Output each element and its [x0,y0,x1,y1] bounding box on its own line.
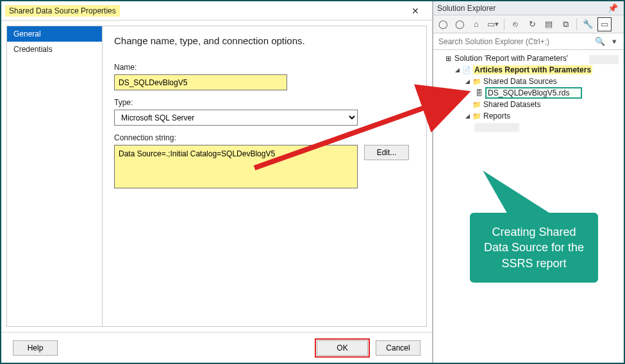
tree-item-rds[interactable]: 🗄 DS_SQLDevBlogV5.rds [435,87,582,99]
tree-label: Reports [483,112,510,120]
folder-icon: 📁 [472,100,481,109]
ok-button[interactable]: OK [317,340,368,356]
tree-project-node[interactable]: ◢ 📄 Articles Report with Parameters [435,64,622,76]
dialog-footer: Help OK Cancel [1,332,432,363]
search-dropdown-icon[interactable]: ▾ [607,35,621,49]
panel-header: Solution Explorer ▾ 📌 ✕ [433,1,624,15]
show-all-icon[interactable]: ▤ [542,17,556,31]
cancel-button[interactable]: Cancel [376,340,421,356]
explorer-toolbar: ◯ ◯ ⌂ ▭▾ ⎋ ↻ ▤ ⧉ 🔧 ▭ [433,15,624,33]
sync-icon[interactable]: ▭▾ [486,17,500,31]
blurred-item [474,123,519,132]
sidebar-item-label: General [13,29,41,38]
dialog-heading: Change name, type, and connection option… [114,35,415,46]
refresh-icon[interactable]: ↻ [525,17,539,31]
forward-icon[interactable]: ◯ [453,17,467,31]
expand-icon[interactable]: ◢ [464,113,471,119]
connection-string-label: Connection string: [114,133,415,142]
pin-icon[interactable]: 📌 [606,1,620,15]
folder-icon: 📁 [472,112,481,120]
tree-folder-shared-datasets[interactable]: 📁 Shared Datasets [435,99,622,110]
sidebar-item-general[interactable]: General [7,26,102,42]
preview-icon[interactable]: ▭ [597,17,612,31]
expand-icon[interactable]: ◢ [464,78,471,85]
expand-icon[interactable]: ◢ [454,67,460,73]
name-input[interactable] [114,74,287,90]
tree-folder-reports[interactable]: ◢ 📁 Reports [435,110,622,122]
shared-data-source-dialog: Shared Data Source Properties ✕ General … [1,1,433,363]
solution-icon: ⊞ [444,54,453,63]
dialog-titlebar: Shared Data Source Properties ✕ [1,1,432,21]
search-input[interactable] [436,36,593,47]
type-label: Type: [114,98,415,107]
name-label: Name: [114,63,415,72]
dialog-title: Shared Data Source Properties [5,5,120,17]
copy-icon[interactable]: ⧉ [558,17,572,31]
sidebar-item-label: Credentials [13,45,53,54]
tree-label: Shared Data Sources [483,77,557,86]
dialog-sidebar: General Credentials [6,26,103,327]
datasource-icon: 🗄 [474,88,483,97]
search-icon[interactable]: 🔍 [593,35,607,49]
tree-label: DS_SQLDevBlogV5.rds [485,87,582,99]
project-icon: 📄 [462,65,471,74]
panel-title: Solution Explorer [437,4,496,13]
collapse-icon[interactable]: ⎋ [508,17,522,31]
type-select[interactable]: Microsoft SQL Server [114,110,358,126]
explorer-search-row: 🔍 ▾ [433,33,624,50]
close-button[interactable]: ✕ [403,4,428,18]
tree-label: Articles Report with Parameters [473,65,592,74]
connection-string-input[interactable] [114,145,358,188]
properties-icon[interactable]: 🔧 [581,17,595,31]
tree-folder-shared-sources[interactable]: ◢ 📁 Shared Data Sources [435,76,622,87]
back-icon[interactable]: ◯ [436,17,450,31]
sidebar-item-credentials[interactable]: Credentials [7,42,102,57]
solution-explorer-panel: Solution Explorer ▾ 📌 ✕ ◯ ◯ ⌂ ▭▾ ⎋ ↻ ▤ ⧉… [433,1,624,363]
tree-label: Shared Datasets [483,100,540,109]
home-icon[interactable]: ⌂ [469,17,483,31]
dialog-main: Change name, type, and connection option… [103,26,427,327]
folder-icon: 📁 [472,77,481,86]
solution-tree: ⊞ Solution 'Report with Parameters' ◢ 📄 … [433,50,624,363]
tree-label: Solution 'Report with Parameters' [454,54,568,63]
collapse-icon[interactable] [464,101,471,108]
help-button[interactable]: Help [13,340,58,356]
close-icon: ✕ [412,6,419,16]
edit-button[interactable]: Edit... [364,145,409,160]
